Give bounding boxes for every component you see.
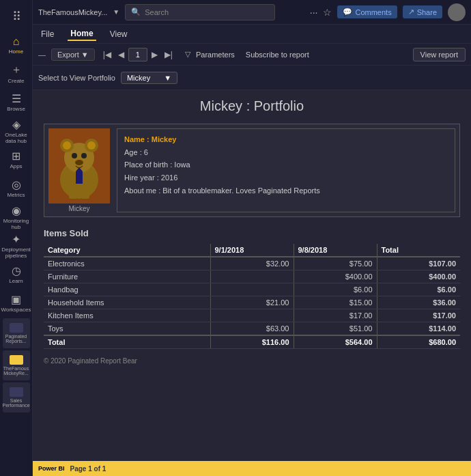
- profile-name: Name : Mickey: [124, 133, 448, 146]
- parameters-filter-icon: ▽: [185, 50, 190, 59]
- export-chevron-icon: ▼: [81, 51, 89, 59]
- sidebar-item-home[interactable]: ⌂ Home: [3, 31, 30, 59]
- search-placeholder-text: Search: [145, 8, 169, 16]
- report-title: Mickey : Portfolio: [44, 98, 460, 114]
- cell-total: $114.00: [377, 322, 460, 336]
- profile-caption: Mickey: [68, 205, 89, 212]
- col-header-total: Total: [377, 244, 460, 257]
- svg-rect-9: [76, 171, 83, 184]
- workspaces-icon: ▣: [11, 293, 21, 306]
- cell-total: $400.00: [377, 270, 460, 283]
- report-footer: © 2020 Paginated Report Bear: [44, 357, 460, 365]
- toolbar: — Export ▼ |◀ ◀ ▶ ▶| ▽ Parameters Subscr…: [33, 44, 471, 66]
- svg-point-6: [72, 153, 77, 158]
- sidebar-thumbnail-sales[interactable]: Sales Performance: [3, 382, 30, 412]
- sidebar-item-deployment-label: Deployment pipelines: [1, 247, 31, 260]
- create-icon: ＋: [11, 63, 22, 77]
- share-button[interactable]: ↗ Share: [403, 5, 442, 18]
- sidebar-item-waffle[interactable]: ⠿: [3, 3, 30, 30]
- table-row: Toys $63.00 $51.00 $114.00: [44, 322, 460, 336]
- sidebar-item-metrics-label: Metrics: [8, 193, 25, 199]
- profile-image: [48, 128, 110, 204]
- sidebar-item-browse-label: Browse: [7, 107, 25, 113]
- menu-item-home[interactable]: Home: [68, 27, 96, 41]
- topbar-chevron-icon[interactable]: ▼: [113, 8, 119, 16]
- export-button[interactable]: Export ▼: [51, 48, 95, 61]
- table-row: Household Items $21.00 $15.00 $36.00: [44, 296, 460, 309]
- table-row: Handbag $6.00 $6.00: [44, 283, 460, 296]
- profile-pob: Place of birth : Iowa: [124, 158, 448, 171]
- browse-icon: ☰: [12, 92, 21, 105]
- col-header-category: Category: [44, 244, 210, 257]
- last-page-button[interactable]: ▶|: [162, 48, 175, 61]
- sidebar-thumbnail-mickey[interactable]: TheFamous MickeyRe...: [3, 350, 30, 380]
- app-name: TheFamousMickey...: [38, 8, 107, 16]
- cell-category: Toys: [44, 322, 210, 336]
- cell-category: Kitchen Items: [44, 309, 210, 322]
- menu-item-view[interactable]: View: [107, 28, 130, 40]
- sidebar: ⠿ ⌂ Home ＋ Create ☰ Browse ◈ OneLake dat…: [0, 0, 33, 476]
- col-header-date2: 9/8/2018: [294, 244, 377, 257]
- profile-info: Name : Mickey Age : 6 Place of birth : I…: [117, 128, 455, 212]
- topbar-more-icon[interactable]: ···: [310, 7, 318, 18]
- page-number-input[interactable]: [128, 48, 147, 61]
- thumbnail-mickey-icon: [10, 355, 23, 365]
- portfolio-dropdown[interactable]: Mickey ▼: [121, 72, 177, 84]
- favorite-icon[interactable]: ☆: [323, 7, 332, 18]
- search-icon: 🔍: [131, 8, 141, 16]
- next-page-button[interactable]: ▶: [149, 48, 160, 61]
- cell-category: Electronics: [44, 257, 210, 270]
- menu-item-file[interactable]: File: [38, 28, 57, 40]
- cell-date2: $17.00: [294, 309, 377, 322]
- svg-rect-11: [69, 193, 77, 199]
- sidebar-item-workspaces[interactable]: ▣ Workspaces: [3, 290, 30, 317]
- sidebar-item-onelake-label: OneLake data hub: [3, 132, 30, 145]
- bottombar: Power BI Page 1 of 1: [33, 461, 471, 476]
- profile-hire: Hire year : 2016: [124, 171, 448, 184]
- cell-category: Handbag: [44, 283, 210, 296]
- table-row: Electronics $32.00 $75.00 $107.00: [44, 257, 460, 270]
- cell-total-total: $680.00: [377, 335, 460, 349]
- cell-total-label: Total: [44, 335, 210, 349]
- sidebar-item-create[interactable]: ＋ Create: [3, 60, 30, 87]
- prev-page-button[interactable]: ◀: [115, 48, 127, 61]
- page-indicator[interactable]: Page 1 of 1: [70, 465, 106, 473]
- sidebar-item-metrics[interactable]: ◎ Metrics: [3, 175, 30, 202]
- sidebar-item-onelake[interactable]: ◈ OneLake data hub: [3, 117, 30, 145]
- sidebar-item-deployment[interactable]: ✦ Deployment pipelines: [3, 232, 30, 260]
- apps-icon: ⊞: [12, 150, 20, 163]
- waffle-icon: ⠿: [12, 9, 20, 24]
- subscribe-label[interactable]: Subscribe to report: [246, 51, 309, 59]
- col-header-date1: 9/1/2018: [210, 244, 294, 257]
- sidebar-item-monitoring[interactable]: ◉ Monitoring hub: [3, 204, 30, 231]
- main-content: TheFamousMickey... ▼ 🔍 Search ··· ☆ 💬 Co…: [33, 0, 471, 476]
- svg-point-4: [63, 141, 71, 150]
- sidebar-item-browse[interactable]: ☰ Browse: [3, 89, 30, 116]
- comments-button[interactable]: 💬 Comments: [337, 5, 397, 18]
- sidebar-item-home-label: Home: [9, 49, 23, 55]
- metrics-icon: ◎: [12, 178, 21, 191]
- thumbnail-sales-icon: [10, 387, 23, 397]
- items-sold-table: Category 9/1/2018 9/8/2018 Total Electro…: [44, 244, 460, 349]
- view-report-button[interactable]: View report: [413, 48, 466, 61]
- search-box[interactable]: 🔍 Search: [125, 4, 275, 20]
- profile-about: About me : Bit of a troublemaker. Loves …: [124, 184, 448, 197]
- items-sold-title: Items Sold: [44, 228, 460, 238]
- sidebar-thumbnail-paginated-label: Paginated Reports...: [4, 334, 29, 344]
- sidebar-item-apps[interactable]: ⊞ Apps: [3, 146, 30, 173]
- onelake-icon: ◈: [12, 118, 20, 131]
- sidebar-item-apps-label: Apps: [10, 164, 22, 170]
- first-page-button[interactable]: |◀: [100, 48, 114, 61]
- sidebar-item-learn[interactable]: ◷ Learn: [3, 261, 30, 288]
- sidebar-thumbnail-paginated[interactable]: Paginated Reports...: [3, 318, 30, 348]
- svg-rect-12: [81, 193, 89, 199]
- svg-point-5: [87, 141, 96, 150]
- cell-category: Furniture: [44, 270, 210, 283]
- monitoring-icon: ◉: [12, 204, 21, 217]
- learn-icon: ◷: [12, 264, 21, 277]
- thumbnail-paginated-icon: [10, 323, 23, 333]
- cell-date1: $21.00: [210, 296, 294, 309]
- avatar[interactable]: [448, 3, 466, 21]
- cell-total: $6.00: [377, 283, 460, 296]
- parameters-label[interactable]: Parameters: [196, 51, 235, 59]
